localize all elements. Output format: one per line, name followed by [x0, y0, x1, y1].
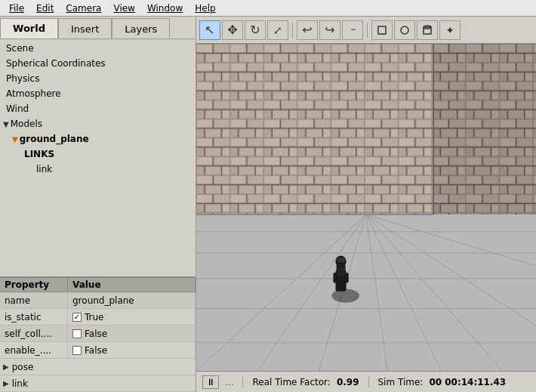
- collapse-pose-arrow: ▶: [3, 363, 9, 371]
- status-sep-2: [368, 377, 369, 387]
- prop-header-property: Property: [0, 278, 68, 292]
- sim-value: 00 00:14:11.43: [429, 377, 506, 387]
- prop-header-value: Value: [68, 278, 196, 292]
- prop-value-self-coll[interactable]: False: [68, 326, 196, 341]
- prop-value-name[interactable]: ground_plane: [68, 292, 196, 308]
- prop-name-enable: enable_....: [0, 342, 68, 358]
- menubar: File Edit Camera View Window Help: [0, 0, 536, 17]
- checkbox-is-static[interactable]: ✓: [72, 313, 82, 322]
- tree-area[interactable]: Scene Spherical Coordinates Physics Atmo…: [0, 39, 196, 276]
- menu-file[interactable]: File: [3, 2, 30, 15]
- svg-rect-50: [345, 273, 349, 283]
- sim-label: Sim Time:: [378, 377, 424, 387]
- toolbar-translate[interactable]: ✥: [222, 20, 243, 40]
- prop-name-is-static: is_static: [0, 309, 68, 325]
- rtf-label: Real Time Factor:: [252, 377, 330, 387]
- prop-name-name: name: [0, 292, 68, 308]
- status-dots: ...: [225, 377, 233, 387]
- left-panel: World Insert Layers Scene Spherical Coor…: [0, 17, 196, 392]
- svg-point-45: [331, 289, 359, 302]
- prop-name-self-coll: self_coll....: [0, 326, 68, 341]
- checkbox-self-coll[interactable]: [72, 329, 82, 338]
- prop-value-is-static[interactable]: ✓ True: [68, 309, 196, 325]
- tree-models[interactable]: ▼ Models: [0, 116, 196, 131]
- svg-point-1: [401, 26, 408, 34]
- tree-links[interactable]: LINKS: [0, 147, 196, 162]
- toolbar-scale[interactable]: ⤢: [267, 20, 288, 40]
- toolbar: ↖ ✥ ↻ ⤢ ↩ ↪ ···: [196, 17, 536, 44]
- toolbar-redo[interactable]: ↪: [319, 20, 340, 40]
- prop-row-enable: enable_.... False: [0, 342, 196, 359]
- prop-row-is-static: is_static ✓ True: [0, 309, 196, 326]
- tree-physics[interactable]: Physics: [0, 71, 196, 86]
- toolbar-light[interactable]: ✦: [439, 20, 461, 40]
- properties-table: Property Value name ground_plane is_stat…: [0, 276, 196, 392]
- svg-rect-49: [333, 273, 337, 283]
- toolbar-undo[interactable]: ↩: [297, 20, 318, 40]
- menu-camera[interactable]: Camera: [60, 2, 107, 15]
- toolbar-rotate[interactable]: ↻: [245, 20, 266, 40]
- collapse-link[interactable]: ▶ link: [0, 375, 196, 392]
- prop-header: Property Value: [0, 278, 196, 292]
- box-icon: [376, 24, 388, 36]
- rtf-value: 0.99: [337, 377, 359, 387]
- toolbar-select[interactable]: ↖: [199, 20, 220, 40]
- tab-layers[interactable]: Layers: [112, 18, 170, 39]
- tab-world[interactable]: World: [0, 18, 58, 39]
- viewport: ↖ ✥ ↻ ⤢ ↩ ↪ ···: [196, 17, 536, 392]
- prop-row-self-coll: self_coll.... False: [0, 326, 196, 342]
- tab-insert[interactable]: Insert: [58, 18, 112, 39]
- menu-view[interactable]: View: [107, 2, 140, 15]
- tree-spherical[interactable]: Spherical Coordinates: [0, 56, 196, 71]
- toolbar-box[interactable]: [371, 20, 393, 40]
- collapse-pose[interactable]: ▶ pose: [0, 359, 196, 375]
- prop-row-name: name ground_plane: [0, 292, 196, 309]
- checkbox-enable[interactable]: [72, 346, 82, 355]
- toolbar-sep-1: [292, 23, 293, 38]
- tab-bar: World Insert Layers: [0, 17, 196, 39]
- status-sep: [242, 377, 243, 387]
- svg-rect-0: [378, 26, 386, 34]
- collapse-link-arrow: ▶: [3, 379, 9, 387]
- prop-value-enable[interactable]: False: [68, 342, 196, 358]
- menu-help[interactable]: Help: [189, 2, 221, 15]
- main-layout: World Insert Layers Scene Spherical Coor…: [0, 17, 536, 392]
- menu-edit[interactable]: Edit: [30, 2, 60, 15]
- tree-ground-plane[interactable]: ▼ ground_plane: [0, 131, 196, 147]
- tree-atmosphere[interactable]: Atmosphere: [0, 86, 196, 101]
- toolbar-cylinder[interactable]: [417, 20, 438, 40]
- pause-button[interactable]: ⏸: [202, 375, 219, 389]
- view3d: [196, 44, 536, 371]
- tree-wind[interactable]: Wind: [0, 101, 196, 116]
- cylinder-icon: [421, 24, 433, 36]
- statusbar: ⏸ ... Real Time Factor: 0.99 Sim Time: 0…: [196, 371, 536, 392]
- scene-svg: [196, 44, 536, 371]
- sphere-icon: [399, 24, 411, 36]
- toolbar-sphere[interactable]: [394, 20, 415, 40]
- tree-scene[interactable]: Scene: [0, 41, 196, 56]
- toolbar-more[interactable]: ···: [342, 20, 363, 40]
- svg-point-52: [341, 258, 346, 263]
- svg-marker-30: [196, 215, 536, 371]
- menu-window[interactable]: Window: [141, 2, 189, 15]
- tree-link[interactable]: link: [0, 162, 196, 177]
- toolbar-sep-2: [367, 23, 368, 38]
